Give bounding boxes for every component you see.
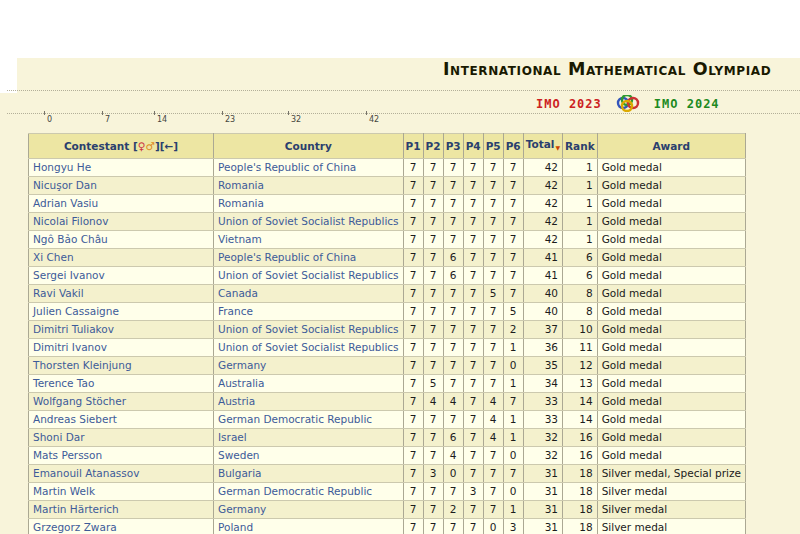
score-cell: 7: [483, 375, 503, 393]
male-icon[interactable]: ♂: [145, 140, 154, 152]
country-cell[interactable]: Romania: [214, 195, 404, 213]
score-cell: 7: [403, 195, 423, 213]
contestant-cell[interactable]: Ravi Vakil: [29, 285, 214, 303]
score-cell: 7: [503, 285, 523, 303]
score-cell: 7: [503, 393, 523, 411]
country-cell[interactable]: Vietnam: [214, 231, 404, 249]
score-cell: 7: [423, 519, 443, 534]
col-header-p5[interactable]: P5: [483, 134, 503, 159]
score-cell: 5: [423, 375, 443, 393]
contestant-cell[interactable]: Martin Welk: [29, 483, 214, 501]
col-header-p6[interactable]: P6: [503, 134, 523, 159]
next-year-link[interactable]: IMO 2024: [654, 97, 720, 111]
score-cell: 7: [443, 483, 463, 501]
rank-cell: 14: [563, 411, 598, 429]
prev-year-link[interactable]: IMO 2023: [536, 97, 602, 111]
contestant-cell[interactable]: Dimitri Tuliakov: [29, 321, 214, 339]
col-header-p4[interactable]: P4: [463, 134, 483, 159]
contestant-cell[interactable]: Grzegorz Zwara: [29, 519, 214, 534]
award-cell: Gold medal: [597, 195, 745, 213]
contestant-cell[interactable]: Sergei Ivanov: [29, 267, 214, 285]
award-cell: Gold medal: [597, 267, 745, 285]
score-cell: 0: [443, 465, 463, 483]
rank-cell: 1: [563, 195, 598, 213]
gender-filter[interactable]: [♀♂]: [133, 140, 160, 152]
country-cell[interactable]: Israel: [214, 429, 404, 447]
contestant-cell[interactable]: Dimitri Ivanov: [29, 339, 214, 357]
score-cell: 7: [443, 375, 463, 393]
total-cell: 42: [523, 177, 562, 195]
award-cell: Gold medal: [597, 159, 745, 177]
score-cell: 7: [463, 249, 483, 267]
country-cell[interactable]: Bulgaria: [214, 465, 404, 483]
country-cell[interactable]: German Democratic Republic: [214, 483, 404, 501]
contestant-cell[interactable]: Adrian Vasiu: [29, 195, 214, 213]
country-cell[interactable]: Austria: [214, 393, 404, 411]
country-cell[interactable]: Sweden: [214, 447, 404, 465]
contestant-cell[interactable]: Ngô Bảo Châu: [29, 231, 214, 249]
score-cell: 7: [503, 177, 523, 195]
contestant-cell[interactable]: Terence Tao: [29, 375, 214, 393]
country-cell[interactable]: People's Republic of China: [214, 159, 404, 177]
back-link[interactable]: [←]: [160, 140, 178, 152]
country-cell[interactable]: Union of Soviet Socialist Republics: [214, 339, 404, 357]
col-header-country[interactable]: Country: [214, 134, 404, 159]
contestant-cell[interactable]: Julien Cassaigne: [29, 303, 214, 321]
score-cell: 3: [503, 519, 523, 534]
country-cell[interactable]: Romania: [214, 177, 404, 195]
contestant-cell[interactable]: Nicolai Filonov: [29, 213, 214, 231]
rank-cell: 1: [563, 177, 598, 195]
ruler-label: 32: [291, 116, 301, 124]
contestant-cell[interactable]: Wolfgang Stöcher: [29, 393, 214, 411]
country-cell[interactable]: Poland: [214, 519, 404, 534]
table-row: Dimitri IvanovUnion of Soviet Socialist …: [29, 339, 746, 357]
country-cell[interactable]: Germany: [214, 357, 404, 375]
contestant-cell[interactable]: Emanouil Atanassov: [29, 465, 214, 483]
score-cell: 1: [503, 501, 523, 519]
rank-cell: 6: [563, 267, 598, 285]
country-cell[interactable]: Union of Soviet Socialist Republics: [214, 321, 404, 339]
col-header-award[interactable]: Award: [597, 134, 745, 159]
col-header-p2[interactable]: P2: [423, 134, 443, 159]
contestant-cell[interactable]: Nicuşor Dan: [29, 177, 214, 195]
score-cell: 7: [423, 213, 443, 231]
country-cell[interactable]: Australia: [214, 375, 404, 393]
contestant-cell[interactable]: Martin Härterich: [29, 501, 214, 519]
score-cell: 7: [463, 393, 483, 411]
score-cell: 7: [423, 483, 443, 501]
score-cell: 7: [423, 195, 443, 213]
contestant-cell[interactable]: Thorsten Kleinjung: [29, 357, 214, 375]
col-header-contestant[interactable]: Contestant [♀♂][←]: [29, 134, 214, 159]
score-cell: 7: [443, 159, 463, 177]
contestant-cell[interactable]: Hongyu He: [29, 159, 214, 177]
score-cell: 7: [403, 375, 423, 393]
country-cell[interactable]: France: [214, 303, 404, 321]
score-cell: 7: [423, 177, 443, 195]
col-header-rank[interactable]: Rank: [563, 134, 598, 159]
country-cell[interactable]: People's Republic of China: [214, 249, 404, 267]
score-cell: 7: [403, 303, 423, 321]
rank-cell: 8: [563, 285, 598, 303]
country-cell[interactable]: Union of Soviet Socialist Republics: [214, 267, 404, 285]
score-cell: 7: [403, 483, 423, 501]
contestant-cell[interactable]: Mats Persson: [29, 447, 214, 465]
country-cell[interactable]: German Democratic Republic: [214, 411, 404, 429]
score-cell: 7: [443, 339, 463, 357]
country-cell[interactable]: Germany: [214, 501, 404, 519]
country-cell[interactable]: Canada: [214, 285, 404, 303]
score-cell: 7: [483, 321, 503, 339]
country-cell[interactable]: Union of Soviet Socialist Republics: [214, 213, 404, 231]
score-cell: 7: [463, 375, 483, 393]
table-row: Nicolai FilonovUnion of Soviet Socialist…: [29, 213, 746, 231]
score-cell: 7: [403, 213, 423, 231]
contestant-cell[interactable]: Shoni Dar: [29, 429, 214, 447]
score-cell: 7: [423, 429, 443, 447]
score-cell: 7: [483, 195, 503, 213]
col-header-p1[interactable]: P1: [403, 134, 423, 159]
award-cell: Gold medal: [597, 231, 745, 249]
contestant-cell[interactable]: Xi Chen: [29, 249, 214, 267]
ruler-tick: [288, 111, 289, 115]
contestant-cell[interactable]: Andreas Siebert: [29, 411, 214, 429]
col-header-p3[interactable]: P3: [443, 134, 463, 159]
col-header-total[interactable]: Total▼: [523, 134, 562, 159]
